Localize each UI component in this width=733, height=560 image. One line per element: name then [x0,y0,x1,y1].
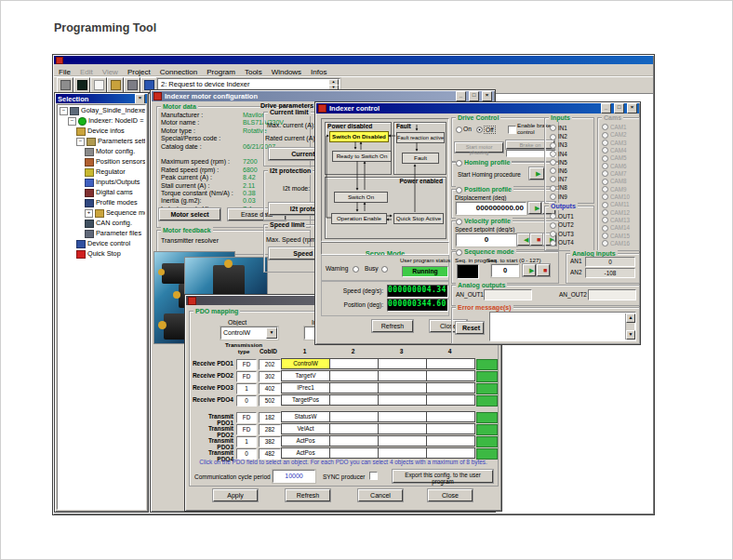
wizard-icon[interactable] [124,77,140,93]
pdo-object-cell[interactable] [329,423,379,434]
tree-item-can-config-[interactable]: CAN config. [58,218,145,228]
close-icon[interactable]: × [482,91,492,101]
pdo-object-cell[interactable] [329,370,379,381]
homing-radio[interactable] [456,160,462,167]
pdo-object-cell[interactable] [426,394,475,406]
pdo-object-cell[interactable]: StatusW [281,411,330,422]
reset-button[interactable]: Reset [456,322,484,334]
scroll-down-icon[interactable]: ▼ [626,330,635,340]
pdo-cobid[interactable]: 502 [259,395,281,407]
pdo-object-cell[interactable]: TargetV [281,370,330,381]
pdo-object-cell[interactable] [329,447,379,459]
off-radio[interactable] [476,127,483,133]
export-config-button[interactable]: Export this config. to the user program [393,470,493,483]
pdo-object-cell[interactable] [426,370,475,381]
minimize-icon[interactable]: _ [601,103,611,113]
pdo-object-cell[interactable] [378,382,427,393]
tree-item-indexer-nodeid-2[interactable]: −Indexer: NodeID = 2 [58,115,145,126]
velocity-stop-button[interactable]: ■ [530,233,543,246]
cancel-button[interactable]: Cancel [358,489,403,501]
sequence-radio[interactable] [456,249,462,256]
pdo-object-cell[interactable] [329,411,379,422]
motor-config-titlebar[interactable]: Indexer motor configuration _ □ × [152,91,494,101]
pdo-object-cell[interactable]: TargetPos [281,394,330,406]
open-icon[interactable] [107,77,124,93]
seq-to-start-field[interactable]: 0 [491,264,519,277]
phone-icon[interactable] [57,77,73,93]
pdo-object-cell[interactable] [426,382,475,393]
pdo-object-cell[interactable] [329,435,379,447]
object-combo[interactable]: ControlW ▼ [220,327,278,340]
pdo-object-cell[interactable] [329,382,379,393]
pdo-object-cell[interactable]: ActPos [281,435,330,447]
enable-brake-checkbox[interactable] [508,126,516,134]
pdo-object-cell[interactable] [426,358,475,369]
pdo-transmission-type[interactable]: FD [236,424,257,435]
indexer-control-titlebar[interactable]: Indexer control _ □ × [316,103,639,113]
tree-item-digital-cams[interactable]: Digital cams [58,187,145,197]
tree-item-golay-sindle-indexer-v1-0[interactable]: −Golay_Sindle_Indexer_V1_0 [58,105,145,115]
pdo-object-cell[interactable] [378,411,427,422]
pdo-cobid[interactable]: 402 [259,383,281,394]
pdo-cobid[interactable]: 282 [259,424,281,435]
pdo-object-cell[interactable]: VelAct [281,423,330,434]
maximize-icon[interactable]: □ [614,103,624,113]
pdo-object-cell[interactable] [426,411,475,422]
velocity-left-button[interactable]: ◀ [517,233,530,246]
pdo-object-cell[interactable] [426,435,475,447]
collapse-icon[interactable]: − [68,117,76,126]
form-icon[interactable] [90,77,107,93]
pdo-object-cell[interactable] [378,423,427,434]
error-scrollbar[interactable]: ▲ ▼ [625,313,634,340]
close-icon[interactable]: × [135,94,145,103]
pdo-cobid[interactable]: 382 [259,436,281,447]
main-titlebar[interactable] [54,56,653,64]
capture-icon[interactable] [73,77,90,93]
pdo-transmission-type[interactable]: FD [236,371,257,382]
start-phasing-button[interactable]: Start motor phasing [455,142,503,153]
tree-item-device-control[interactable]: Device control [58,238,145,248]
maximize-icon[interactable]: □ [469,91,479,101]
tree-item-profile-modes[interactable]: Profile modes [58,197,145,207]
pdo-transmission-type[interactable]: 1 [236,383,257,394]
tree-item-sequence-mode[interactable]: +Sequence mode [58,207,145,218]
sync-producer-checkbox[interactable] [369,472,378,480]
pdo-transmission-type[interactable]: FD [236,359,257,370]
position-start-button[interactable]: ▶ [528,202,541,214]
pdo-object-cell[interactable] [426,447,475,459]
pdo-object-cell[interactable]: ActPos [281,447,330,459]
pdo-cobid[interactable]: 202 [259,359,281,370]
pdo-cobid[interactable]: 182 [259,412,281,423]
close-button[interactable]: Close [428,489,473,501]
pdo-object-cell[interactable] [329,358,379,369]
tree-item-parameter-files[interactable]: Parameter files [58,228,145,238]
expand-icon[interactable]: + [85,209,93,218]
pdo-object-cell[interactable] [378,447,427,459]
collapse-icon[interactable]: − [60,107,68,115]
pdo-transmission-type[interactable]: FD [236,412,257,423]
tree-item-device-infos[interactable]: Device infos [58,126,145,136]
collapse-icon[interactable]: − [76,138,85,146]
chevron-down-icon[interactable]: ▼ [266,327,277,339]
pdo-object-cell[interactable] [378,435,427,447]
velocity-radio[interactable] [456,219,462,225]
error-messages-box[interactable]: ▲ ▼ [489,312,636,341]
close-icon[interactable]: × [627,103,637,113]
tree-item-parameters-setting[interactable]: −Parameters setting [58,136,145,146]
homing-start-button[interactable]: ▶ [529,167,544,180]
minimize-icon[interactable]: _ [456,91,466,101]
cycle-period-field[interactable]: 10000 [273,470,315,483]
refresh-button[interactable]: Refresh [286,489,330,501]
pdo-object-cell[interactable] [378,358,427,369]
selection-titlebar[interactable]: Selection × [56,94,147,103]
scroll-up-icon[interactable]: ▲ [626,313,635,323]
pdo-object-cell[interactable] [378,370,427,381]
sequence-start-button[interactable]: ▶ [523,264,536,276]
pdo-transmission-type[interactable]: 1 [236,436,257,447]
displacement-field[interactable]: 000000000.00 [456,202,526,215]
pdo-cobid[interactable]: 302 [259,371,281,382]
apply-button[interactable]: Apply [213,489,258,501]
tree-item-motor-config-[interactable]: Motor config. [58,146,145,156]
pdo-object-cell[interactable] [426,423,475,434]
speed-setpoint-field[interactable]: 0 [456,233,517,247]
